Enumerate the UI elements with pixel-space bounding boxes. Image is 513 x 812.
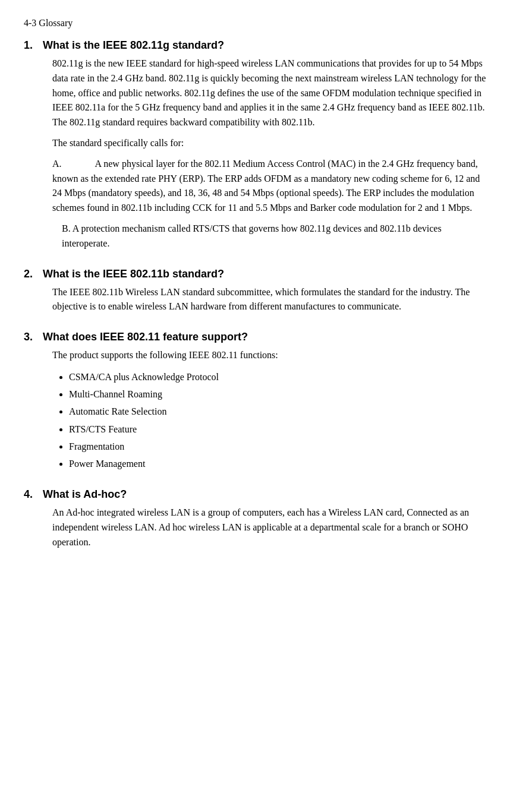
section-4-body: An Ad-hoc integrated wireless LAN is a g…: [52, 505, 489, 549]
feature-item-4: Fragmentation: [69, 438, 489, 454]
feature-item-1: Multi-Channel Roaming: [69, 386, 489, 402]
feature-item-2: Automatic Rate Selection: [69, 403, 489, 419]
section-1-para-0: 802.11g is the new IEEE standard for hig…: [52, 56, 489, 130]
page-header: 4-3 Glossary: [24, 18, 489, 29]
section-3-number: 3.: [24, 331, 43, 343]
feature-item-5: Power Management: [69, 456, 489, 472]
feature-item-3: RTS/CTS Feature: [69, 421, 489, 437]
section-2-body: The IEEE 802.11b Wireless LAN standard s…: [52, 285, 489, 315]
section-3-intro: The product supports the following IEEE …: [52, 348, 489, 363]
section-1-sub-a: A. A new physical layer for the 802.11 M…: [52, 157, 489, 216]
section-1-calls-label: The standard specifically calls for:: [52, 136, 489, 151]
section-3: 3. What does IEEE 802.11 feature support…: [24, 331, 489, 472]
section-1-title: What is the IEEE 802.11g standard?: [43, 39, 224, 52]
sub-b-text: A protection mechanism called RTS/CTS th…: [62, 223, 442, 248]
section-1-number: 1.: [24, 39, 43, 52]
section-2-number: 2.: [24, 268, 43, 280]
section-4-title: What is Ad-hoc?: [43, 488, 127, 501]
section-1-body: 802.11g is the new IEEE standard for hig…: [52, 56, 489, 251]
section-3-body: The product supports the following IEEE …: [52, 348, 489, 472]
feature-item-0: CSMA/CA plus Acknowledge Protocol: [69, 369, 489, 385]
sub-a-text: A new physical layer for the 802.11 Medi…: [52, 159, 480, 213]
section-2: 2. What is the IEEE 802.11b standard? Th…: [24, 268, 489, 315]
sub-a-label: A.: [52, 159, 64, 169]
section-4-para-0: An Ad-hoc integrated wireless LAN is a g…: [52, 505, 489, 549]
section-1-sub-b: B. A protection mechanism called RTS/CTS…: [62, 222, 489, 251]
feature-list: CSMA/CA plus Acknowledge Protocol Multi-…: [69, 369, 489, 472]
sub-b-label: B.: [62, 223, 73, 233]
section-4-number: 4.: [24, 488, 43, 501]
section-2-title: What is the IEEE 802.11b standard?: [43, 268, 224, 280]
section-4: 4. What is Ad-hoc? An Ad-hoc integrated …: [24, 488, 489, 549]
header-text: 4-3 Glossary: [24, 18, 73, 28]
section-1: 1. What is the IEEE 802.11g standard? 80…: [24, 39, 489, 251]
section-3-title: What does IEEE 802.11 feature support?: [43, 331, 248, 343]
section-2-para-0: The IEEE 802.11b Wireless LAN standard s…: [52, 285, 489, 315]
